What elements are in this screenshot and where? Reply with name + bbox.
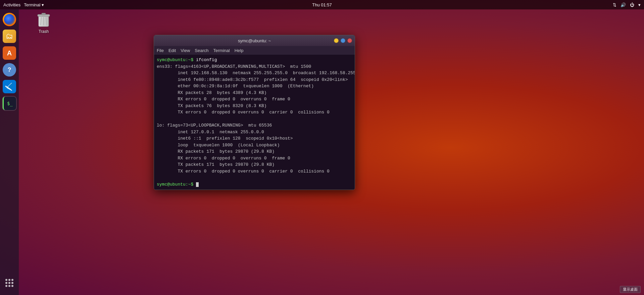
term-line-5: RX packets 28 bytes 4389 (4.3 KB) [157,90,352,96]
menu-terminal[interactable]: Terminal [213,48,230,53]
desktop: Activities Terminal ▾ Thu 01:57 ⇅ 🔊 ⏻ ▾ [0,0,644,295]
term-line-4: ether 00:0c:29:8a:1d:0f txqueuelen 1000 … [157,83,352,90]
topbar-clock[interactable]: Thu 01:57 [312,2,332,7]
term-line-8: TX errors 0 dropped 0 overruns 0 carrier… [157,109,352,116]
app-menu-arrow: ▾ [42,2,44,7]
terminal-window: symc@ubuntu: ~ File Edit View Search Ter… [154,35,355,190]
show-desktop-button[interactable]: 显示桌面 [620,286,641,293]
sidebar-bottom [2,276,17,292]
term-line-0: symc@ubuntu:~$ ifconfig [157,57,352,63]
trash-label: Trash [39,29,49,34]
sidebar-item-vscode[interactable] [2,79,17,94]
desktop-trash-icon[interactable]: Trash [30,12,57,34]
trash-icon [36,12,52,28]
network-icon[interactable]: ⇅ [613,2,616,7]
volume-icon[interactable]: 🔊 [621,2,626,7]
menu-file[interactable]: File [157,48,164,53]
terminal-menubar: File Edit View Search Terminal Help [154,46,355,55]
terminal-titlebar[interactable]: symc@ubuntu: ~ [154,35,355,46]
term-line-blank-2 [157,175,352,181]
term-line-prompt: symc@ubuntu:~$ [157,181,352,188]
menu-search[interactable]: Search [195,48,208,53]
menu-view[interactable]: View [181,48,190,53]
menu-edit[interactable]: Edit [168,48,176,53]
term-line-blank-1 [157,116,352,122]
term-line-10: lo: flags=73<UP,LOOPBACK,RUNNING> mtu 65… [157,122,352,129]
term-line-14: RX packets 171 bytes 29870 (29.8 KB) [157,148,352,155]
term-line-12: inet6 ::1 prefixlen 128 scopeid 0x10<hos… [157,135,352,142]
term-line-11: inet 127.0.0.1 netmask 255.0.0.0 [157,129,352,136]
files-icon: 🗂 [3,30,16,43]
app-menu[interactable]: Terminal ▾ [24,2,44,7]
terminal-close-button[interactable] [347,38,352,43]
term-line-16: TX packets 171 bytes 29870 (29.8 KB) [157,161,352,168]
term-line-1: ens33: flags=4163<UP,BROADCAST,RUNNING,M… [157,63,352,70]
vscode-icon [3,80,16,93]
terminal-titlebar-right [334,38,352,43]
svg-rect-3 [42,13,46,15]
apps-grid-icon [5,279,13,287]
term-line-13: loop txqueuelen 1000 (Local Loopback) [157,142,352,149]
show-apps-button[interactable] [2,276,17,290]
menu-help[interactable]: Help [235,48,244,53]
sidebar-item-files[interactable]: 🗂 [2,29,17,44]
sidebar-item-help[interactable]: ? [2,62,17,77]
terminal-title: symc@ubuntu: ~ [238,38,271,43]
sidebar-item-firefox[interactable] [2,12,17,27]
app-menu-label: Terminal [24,2,40,7]
term-line-3: inet6 fe80::8948:ade8:3c2b:f577 prefixle… [157,77,352,83]
topbar: Activities Terminal ▾ Thu 01:57 ⇅ 🔊 ⏻ ▾ [0,0,644,9]
store-icon: A [3,46,16,60]
terminal-sidebar-icon: $_ [3,97,16,110]
power-icon[interactable]: ⏻ [630,2,634,7]
topbar-right: ⇅ 🔊 ⏻ ▾ [613,2,641,7]
terminal-body[interactable]: symc@ubuntu:~$ ifconfig ens33: flags=416… [154,55,355,190]
topbar-left: Activities Terminal ▾ [3,2,44,7]
term-line-17: TX errors 0 dropped 0 overruns 0 carrier… [157,168,352,175]
terminal-minimize-button[interactable] [334,38,339,43]
term-line-6: RX errors 0 dropped 0 overruns 0 frame 0 [157,96,352,103]
sidebar-item-terminal[interactable]: $_ [2,96,17,111]
sidebar-item-software[interactable]: A [2,46,17,60]
term-line-15: RX errors 0 dropped 0 overruns 0 frame 0 [157,155,352,162]
power-arrow[interactable]: ▾ [638,2,641,7]
terminal-maximize-button[interactable] [341,38,345,43]
help-icon: ? [3,63,16,77]
term-line-7: TX packets 76 bytes 8320 (8.3 KB) [157,103,352,109]
activities-button[interactable]: Activities [3,2,20,7]
sidebar: 🗂 A ? $_ [0,9,19,295]
term-line-2: inet 192.168.58.130 netmask 255.255.255.… [157,70,352,77]
